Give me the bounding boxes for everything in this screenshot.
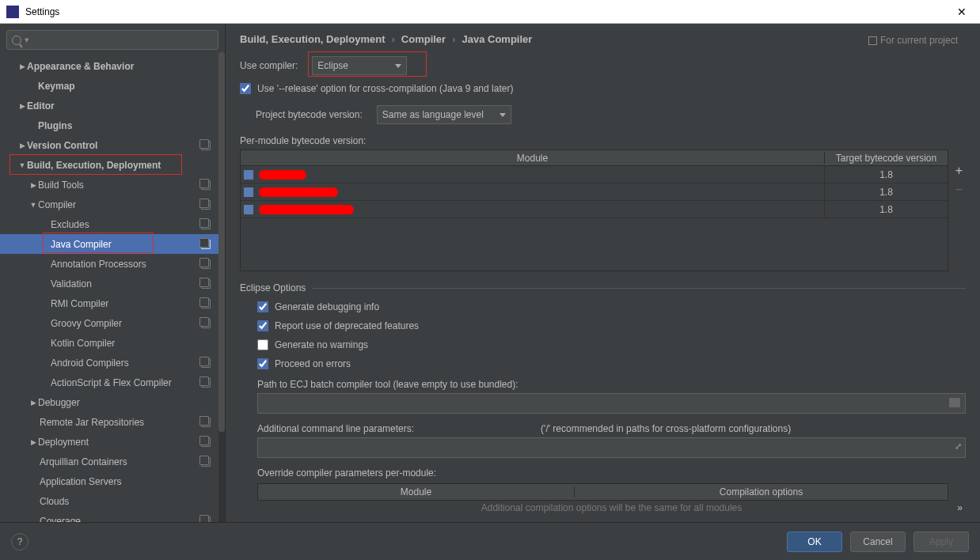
cmdline-input[interactable]: ⤢ [257,437,966,458]
breadcrumb: Build, Execution, Deployment › Compiler … [240,33,966,45]
sidebar-scrollbar-thumb[interactable] [218,52,225,432]
cancel-button[interactable]: Cancel [850,532,906,552]
override-expand-button[interactable]: » [957,502,963,513]
table-header-module[interactable]: Module [241,153,825,164]
deprecated-label: Report use of deprecated features [275,320,419,331]
scope-icon [201,516,211,523]
target-cell[interactable]: 1.8 [825,187,948,198]
release-option-label: Use '--release' option for cross-compila… [257,83,513,94]
tree-kotlin[interactable]: Kotlin Compiler [0,333,225,353]
apply-button[interactable]: Apply [914,532,969,552]
scope-icon [201,220,211,229]
target-cell[interactable]: 1.8 [825,204,948,215]
tree-debugger[interactable]: ▶Debugger [0,392,225,412]
tree-bed[interactable]: ▼Build, Execution, Deployment [0,155,225,175]
override-header-opts[interactable]: Compilation options [575,486,948,498]
debug-info-label: Generate debugging info [275,301,379,312]
tree-build-tools[interactable]: ▶Build Tools [0,175,225,195]
scope-icon [201,240,211,249]
scope-icon [201,358,211,368]
scope-icon [201,457,211,467]
tree-vcs[interactable]: ▶Version Control [0,135,225,155]
close-button[interactable]: ✕ [950,6,974,18]
tree-excludes[interactable]: Excludes [0,214,225,234]
breadcrumb-item: Compiler [401,33,446,45]
scope-icon [201,200,211,210]
scope-icon [201,141,211,150]
target-cell[interactable]: 1.8 [825,169,948,180]
debug-info-checkbox[interactable] [257,301,268,312]
search-icon [12,36,21,45]
module-icon [244,170,253,180]
override-note: Additional compilation options will be t… [257,502,966,513]
tree-keymap[interactable]: Keymap [0,76,225,96]
proceed-checkbox[interactable] [257,358,268,369]
cmdline-label: Additional command line parameters: [257,423,414,434]
tree-groovy[interactable]: Groovy Compiler [0,313,225,333]
tree-asflex[interactable]: ActionScript & Flex Compiler [0,373,225,392]
help-button[interactable]: ? [11,533,28,551]
table-row[interactable]: 1.8 [241,201,948,218]
tree-plugins[interactable]: Plugins [0,115,225,135]
proceed-label: Proceed on errors [275,358,351,369]
use-compiler-select[interactable]: Eclipse [312,56,407,75]
scope-icon [201,259,211,269]
window-title: Settings [25,6,59,17]
deprecated-checkbox[interactable] [257,320,268,331]
table-header-target[interactable]: Target bytecode version [825,153,948,164]
breadcrumb-item: Build, Execution, Deployment [240,33,385,45]
tree-editor[interactable]: ▶Editor [0,96,225,115]
tree-appearance[interactable]: ▶Appearance & Behavior [0,56,225,76]
tree-android[interactable]: Android Compilers [0,353,225,373]
tree-rmi[interactable]: RMI Compiler [0,293,225,313]
settings-tree: ▶Appearance & Behavior Keymap ▶Editor Pl… [0,56,225,522]
module-icon [244,205,253,214]
override-table: Module Compilation options [257,483,948,501]
ecj-path-input[interactable] [257,393,966,414]
scope-icon [201,418,211,427]
ok-button[interactable]: OK [787,532,842,552]
tree-annotation[interactable]: Annotation Processors [0,254,225,274]
project-scope-hint: For current project [868,35,958,46]
add-module-button[interactable]: + [955,165,963,176]
table-row[interactable]: 1.8 [241,166,948,184]
folder-icon[interactable] [949,398,960,407]
scope-icon [201,299,211,308]
expand-icon[interactable]: ⤢ [955,441,962,452]
tree-coverage[interactable]: Coverage [0,511,225,522]
release-option-checkbox[interactable] [240,83,251,94]
tree-validation[interactable]: Validation [0,274,225,293]
ecj-path-label: Path to ECJ batch compiler tool (leave e… [257,379,966,390]
scope-icon [201,180,211,190]
scope-icon [201,279,211,289]
scope-icon [201,319,211,328]
app-logo-icon [6,6,19,18]
search-input[interactable]: ▾ [6,30,218,50]
tree-clouds[interactable]: Clouds [0,491,225,511]
use-compiler-label: Use compiler: [240,60,298,71]
tree-compiler[interactable]: ▼Compiler [0,195,225,214]
override-label: Override compiler parameters per-module: [257,467,966,479]
bytecode-version-label: Project bytecode version: [256,109,363,120]
tree-java-compiler[interactable]: Java Compiler [0,234,225,254]
nowarn-label: Generate no warnings [275,339,368,350]
tree-arquillian[interactable]: Arquillian Containers [0,452,225,471]
bytecode-version-select[interactable]: Same as language level [377,105,511,124]
chevron-down-icon [395,64,401,68]
scope-icon [201,378,211,388]
title-bar: Settings ✕ [0,0,980,24]
module-bytecode-table: Module Target bytecode version 1.8 1.8 1… [240,149,948,271]
scope-icon [201,437,211,447]
table-row[interactable]: 1.8 [241,184,948,201]
remove-module-button[interactable]: − [955,184,963,195]
module-icon [244,187,253,197]
nowarn-checkbox[interactable] [257,339,268,350]
scope-icon [868,36,877,45]
tree-appservers[interactable]: Application Servers [0,471,225,491]
cmdline-hint: ('/' recommended in paths for cross-plat… [541,423,791,434]
settings-content: Build, Execution, Deployment › Compiler … [226,24,980,522]
permodule-label: Per-module bytecode version: [240,135,966,146]
tree-deployment[interactable]: ▶Deployment [0,432,225,452]
tree-remote-jar[interactable]: Remote Jar Repositories [0,412,225,432]
override-header-module[interactable]: Module [258,486,575,498]
